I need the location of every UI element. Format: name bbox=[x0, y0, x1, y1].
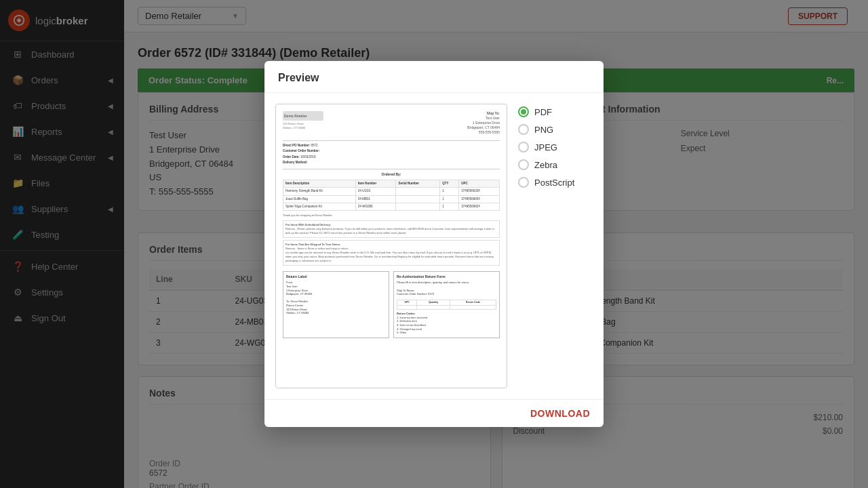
format-postscript[interactable]: PostScript bbox=[518, 177, 593, 188]
modal-title: Preview bbox=[264, 61, 604, 93]
format-options: PDF PNG JPEG Zebra PostScript bbox=[518, 104, 593, 388]
preview-image-area: Demo Retailer 123 Return RoadShelton, CT… bbox=[275, 104, 507, 388]
format-jpeg[interactable]: JPEG bbox=[518, 142, 593, 152]
jpeg-radio[interactable] bbox=[518, 142, 529, 152]
modal-footer: DOWNLOAD bbox=[264, 399, 604, 427]
download-button[interactable]: DOWNLOAD bbox=[530, 408, 590, 419]
pdf-radio[interactable] bbox=[518, 106, 529, 117]
preview-document: Demo Retailer 123 Return RoadShelton, CT… bbox=[276, 104, 507, 388]
zebra-label: Zebra bbox=[534, 160, 557, 170]
pdf-label: PDF bbox=[534, 107, 552, 117]
preview-modal: Preview Demo Retailer 123 Return RoadShe… bbox=[264, 61, 604, 427]
postscript-label: PostScript bbox=[534, 178, 574, 188]
jpeg-label: JPEG bbox=[534, 142, 557, 152]
format-pdf[interactable]: PDF bbox=[518, 106, 593, 117]
png-label: PNG bbox=[534, 125, 553, 135]
png-radio[interactable] bbox=[518, 124, 529, 135]
modal-overlay[interactable]: Preview Demo Retailer 123 Return RoadShe… bbox=[0, 0, 868, 488]
modal-body: Demo Retailer 123 Return RoadShelton, CT… bbox=[264, 93, 604, 399]
format-zebra[interactable]: Zebra bbox=[518, 159, 593, 170]
format-png[interactable]: PNG bbox=[518, 124, 593, 135]
postscript-radio[interactable] bbox=[518, 177, 529, 188]
zebra-radio[interactable] bbox=[518, 159, 529, 170]
